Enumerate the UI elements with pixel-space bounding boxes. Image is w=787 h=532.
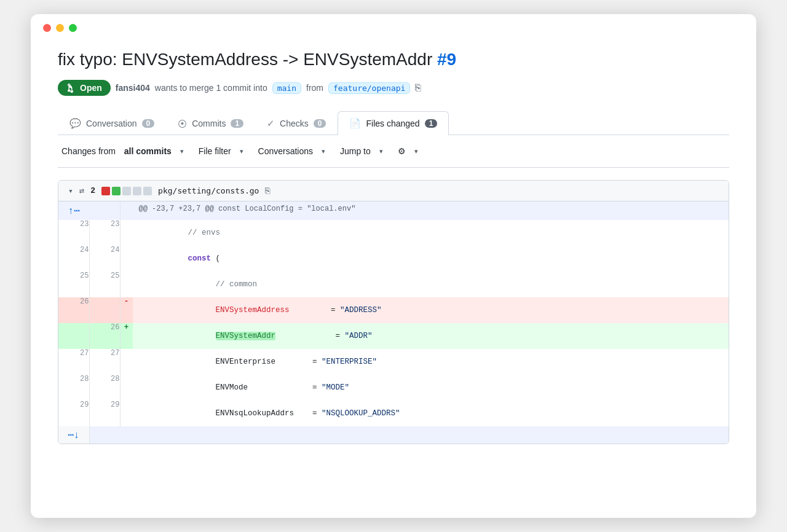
line-sign-del: - xyxy=(120,297,133,323)
old-line-num: 27 xyxy=(58,349,89,375)
table-row: 27 27 ENVEnterprise = "ENTERPRISE" xyxy=(58,349,729,375)
tab-conversation[interactable]: 💬 Conversation 0 xyxy=(58,111,166,135)
minimize-button[interactable] xyxy=(56,24,64,32)
checks-icon: ✓ xyxy=(267,118,275,129)
line-sign xyxy=(120,246,133,272)
line-sign xyxy=(120,220,133,246)
file-filter-button[interactable]: File filter ▾ xyxy=(195,144,247,158)
diff-file-header: ▾ ⇄ 2 pkg/setting/consts.go ⎘ xyxy=(58,181,729,201)
diff-stat-icon: ⇄ xyxy=(79,186,84,196)
pr-author: fansi404 xyxy=(116,83,150,93)
line-code: // envs xyxy=(133,220,729,246)
new-line-num xyxy=(89,297,120,323)
settings-arrow: ▾ xyxy=(414,147,418,155)
tab-checks-count: 0 xyxy=(314,119,326,128)
line-code: ENVMode = "MODE" xyxy=(133,375,729,401)
table-row: 29 29 ENVNsqLookupAddrs = "NSQLOOKUP_ADD… xyxy=(58,401,729,426)
hunk-header-text: @@ -23,7 +23,7 @@ const LocalConfig = "l… xyxy=(133,201,729,220)
base-branch[interactable]: main xyxy=(272,82,301,94)
files-changed-icon: 📄 xyxy=(349,118,361,129)
new-line-num: 26 xyxy=(89,323,120,349)
old-line-num: 23 xyxy=(58,220,89,246)
new-line-num: 28 xyxy=(89,375,120,401)
line-sign xyxy=(120,375,133,401)
diff-table: ↑⋯ @@ -23,7 +23,7 @@ const LocalConfig =… xyxy=(58,201,729,444)
line-sign xyxy=(120,349,133,375)
diff-block-gray-2 xyxy=(133,187,141,195)
line-code: const ( xyxy=(133,246,729,272)
tab-conversation-count: 0 xyxy=(142,119,155,128)
commits-icon: ⦿ xyxy=(178,119,187,129)
changes-from-bold: all commits xyxy=(124,146,172,156)
old-line-num: 25 xyxy=(58,272,89,297)
table-row: 25 25 // common xyxy=(58,272,729,297)
changes-from-label: Changes from xyxy=(61,146,116,156)
diff-block-gray-3 xyxy=(143,187,152,195)
expand-down-spacer xyxy=(89,426,729,444)
pr-meta-text2: from xyxy=(306,83,323,93)
file-filter-label: File filter xyxy=(199,146,231,156)
pr-number: #9 xyxy=(437,50,456,69)
table-row-deleted: 26 - ENVSystemAddress = "ADDRESS" xyxy=(58,297,729,323)
table-row: 23 23 // envs xyxy=(58,220,729,246)
merge-icon xyxy=(66,83,76,93)
expand-up-button[interactable]: ↑⋯ xyxy=(58,201,89,220)
diff-toggle-button[interactable]: ▾ xyxy=(68,186,73,196)
line-code-add: ENVSystemAddr = "ADDR" xyxy=(133,323,729,349)
jump-to-button[interactable]: Jump to ▾ xyxy=(336,144,387,158)
diff-container: ▾ ⇄ 2 pkg/setting/consts.go ⎘ ↑⋯ @@ -23,… xyxy=(58,180,729,444)
changes-from-arrow: ▾ xyxy=(180,147,184,155)
new-line-num: 25 xyxy=(89,272,120,297)
settings-icon: ⚙ xyxy=(398,146,406,156)
pr-meta: Open fansi404 wants to merge 1 commit in… xyxy=(58,80,729,96)
changes-from-button[interactable]: Changes from all commits ▾ xyxy=(58,144,188,158)
window-chrome xyxy=(43,24,77,32)
pr-tabs: 💬 Conversation 0 ⦿ Commits 1 ✓ Checks 0 … xyxy=(58,111,729,135)
conversations-button[interactable]: Conversations ▾ xyxy=(255,144,329,158)
tab-checks[interactable]: ✓ Checks 0 xyxy=(255,111,338,135)
diff-blocks xyxy=(101,187,152,195)
diff-block-green xyxy=(112,187,121,195)
tab-files-changed-count: 1 xyxy=(425,119,438,128)
copy-filepath-icon[interactable]: ⎘ xyxy=(265,186,270,196)
hunk-sign xyxy=(120,201,133,220)
close-button[interactable] xyxy=(43,24,51,32)
diff-stat-number: 2 xyxy=(90,186,95,195)
line-sign xyxy=(120,272,133,297)
expand-down-row: ⋯↓ xyxy=(58,426,729,444)
jump-to-arrow: ▾ xyxy=(379,147,383,155)
diff-block-red xyxy=(101,187,110,195)
conversations-arrow: ▾ xyxy=(322,147,325,155)
table-row-added: 26 + ENVSystemAddr = "ADDR" xyxy=(58,323,729,349)
head-branch[interactable]: feature/openapi xyxy=(328,82,410,94)
old-line-num xyxy=(58,323,89,349)
conversation-icon: 💬 xyxy=(69,118,81,129)
line-code: // common xyxy=(133,272,729,297)
tab-commits-label: Commits xyxy=(192,119,226,128)
new-line-num: 29 xyxy=(89,401,120,426)
tab-files-changed-label: Files changed xyxy=(366,119,419,128)
tab-conversation-label: Conversation xyxy=(86,119,137,128)
hunk-old-num xyxy=(89,201,120,220)
table-row: 24 24 const ( xyxy=(58,246,729,272)
new-line-num: 24 xyxy=(89,246,120,272)
tab-checks-label: Checks xyxy=(280,119,309,128)
file-filter-arrow: ▾ xyxy=(240,147,243,155)
tab-commits[interactable]: ⦿ Commits 1 xyxy=(166,111,255,135)
pr-meta-text1: wants to merge 1 commit into xyxy=(155,83,267,93)
copy-branch-icon[interactable]: ⎘ xyxy=(415,82,421,93)
line-code: ENVNsqLookupAddrs = "NSQLOOKUP_ADDRS" xyxy=(133,401,729,426)
line-sign xyxy=(120,401,133,426)
maximize-button[interactable] xyxy=(69,24,77,32)
line-sign-add: + xyxy=(120,323,133,349)
pr-window: fix typo: ENVSystemAddress -> ENVSystemA… xyxy=(31,14,756,518)
tab-commits-count: 1 xyxy=(231,119,243,128)
old-line-num: 28 xyxy=(58,375,89,401)
tab-files-changed[interactable]: 📄 Files changed 1 xyxy=(338,111,449,135)
old-line-num: 26 xyxy=(58,297,89,323)
settings-button[interactable]: ⚙ ▾ xyxy=(394,144,422,158)
hunk-header-row: ↑⋯ @@ -23,7 +23,7 @@ const LocalConfig =… xyxy=(58,201,729,220)
table-row: 28 28 ENVMode = "MODE" xyxy=(58,375,729,401)
line-code: ENVEnterprise = "ENTERPRISE" xyxy=(133,349,729,375)
expand-down-button[interactable]: ⋯↓ xyxy=(58,426,89,444)
